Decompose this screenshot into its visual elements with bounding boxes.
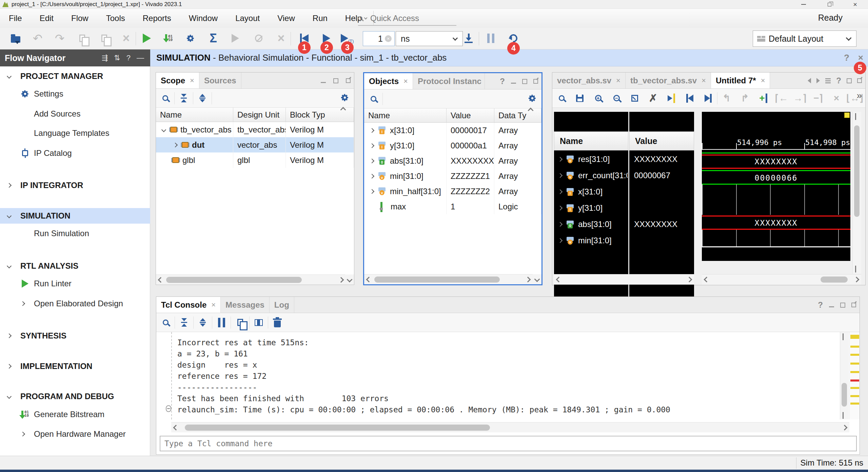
minimize-button[interactable] bbox=[791, 0, 816, 9]
scroll-up-icon[interactable] bbox=[340, 107, 346, 113]
minimize-panel-icon[interactable] bbox=[321, 82, 326, 83]
vertical-scrollbar[interactable] bbox=[840, 332, 849, 419]
run-button[interactable] bbox=[139, 30, 154, 46]
tab-tcl-console[interactable]: Tcl Console× bbox=[156, 297, 221, 313]
help-icon[interactable]: ? bbox=[126, 54, 131, 62]
menu-flow[interactable]: Flow bbox=[62, 14, 97, 23]
expand-all-button[interactable] bbox=[193, 94, 212, 103]
column-name[interactable]: Name bbox=[156, 108, 233, 122]
help-icon[interactable]: ? bbox=[500, 77, 505, 86]
help-icon[interactable]: ? bbox=[844, 53, 849, 63]
maximize-panel-icon[interactable] bbox=[840, 303, 845, 308]
tab-scroll-left-icon[interactable] bbox=[808, 78, 811, 83]
save-button[interactable] bbox=[571, 95, 589, 102]
wave-plot-area[interactable]: 514,996 ps 514,998 ps XXXXXXXX 00000066 bbox=[702, 112, 850, 261]
sidebar-item-open-hardware-manager[interactable]: Open Hardware Manager bbox=[0, 426, 150, 442]
table-row-selected[interactable]: dut vector_abs Verilog M bbox=[156, 137, 354, 152]
wave-column-value[interactable]: Value bbox=[629, 131, 694, 150]
horizontal-scrollbar[interactable] bbox=[364, 274, 533, 284]
float-panel-icon[interactable] bbox=[851, 303, 856, 307]
menu-window[interactable]: Window bbox=[180, 14, 226, 23]
tab-list-icon[interactable] bbox=[825, 78, 831, 83]
tab-objects[interactable]: Objects× bbox=[364, 73, 413, 89]
console-output[interactable]: Incorrect res at time 515ns: a = 23, b =… bbox=[156, 332, 840, 419]
chevron-right-icon[interactable] bbox=[370, 158, 374, 163]
search-button[interactable] bbox=[364, 96, 382, 102]
sidebar-item-ip-catalog[interactable]: IP Catalog bbox=[0, 145, 150, 161]
quick-access[interactable] bbox=[358, 12, 456, 26]
collapse-all-button[interactable] bbox=[175, 94, 193, 103]
layout-selector[interactable]: Default Layout bbox=[753, 30, 856, 47]
redo-button[interactable]: ↷ bbox=[52, 30, 67, 46]
float-panel-icon[interactable] bbox=[346, 78, 351, 83]
section-ip-integrator[interactable]: IP INTEGRATOR bbox=[0, 178, 150, 193]
chevron-right-icon[interactable] bbox=[558, 173, 563, 178]
chevron-right-icon[interactable] bbox=[558, 157, 563, 162]
scroll-down-icon[interactable] bbox=[347, 277, 353, 283]
close-icon[interactable]: × bbox=[761, 76, 765, 85]
zoom-in-button[interactable]: + bbox=[589, 95, 607, 101]
step-button[interactable] bbox=[461, 30, 476, 46]
column-data-type[interactable]: Data Ty bbox=[494, 108, 541, 122]
word-wrap-button[interactable] bbox=[250, 319, 268, 326]
remove-cursor-button[interactable]: ✗ bbox=[644, 93, 662, 103]
collapse-all-icon[interactable]: ⇶ bbox=[102, 54, 108, 62]
float-panel-icon[interactable] bbox=[857, 78, 862, 83]
table-row[interactable]: vmin_half[31:0] ZZZZZZZ2 Array bbox=[364, 184, 541, 199]
menu-reports[interactable]: Reports bbox=[134, 14, 180, 23]
scroll-down-icon[interactable] bbox=[534, 276, 540, 282]
collapse-all-button[interactable] bbox=[175, 318, 193, 327]
chevron-right-icon[interactable] bbox=[558, 206, 563, 210]
table-row[interactable]: 0abs[31:0] XXXXXXXX Array bbox=[364, 153, 541, 168]
section-implementation[interactable]: IMPLEMENTATION bbox=[0, 358, 150, 374]
toolbar-overflow-button[interactable]: » bbox=[856, 90, 862, 101]
maximize-panel-icon[interactable] bbox=[847, 78, 852, 83]
table-row[interactable]: Iy[31:0] 000000a1 Array bbox=[364, 138, 541, 153]
copy-button[interactable] bbox=[231, 319, 249, 326]
chevron-right-icon[interactable] bbox=[370, 128, 374, 132]
menu-tools[interactable]: Tools bbox=[97, 14, 134, 23]
search-button[interactable] bbox=[156, 320, 175, 325]
sidebar-item-generate-bitstream[interactable]: 0110 Generate Bitstream bbox=[0, 407, 150, 422]
minimize-panel-icon[interactable]: — bbox=[137, 54, 144, 62]
tab-untitled-7[interactable]: Untitled 7*× bbox=[711, 73, 770, 88]
expand-all-button[interactable] bbox=[194, 318, 212, 327]
wave-signal-name[interactable]: vmin[31:0] bbox=[556, 232, 628, 249]
menu-file[interactable]: File bbox=[0, 14, 31, 23]
pause-output-button[interactable] bbox=[212, 318, 231, 327]
maximize-panel-icon[interactable] bbox=[522, 79, 527, 84]
sidebar-item-open-elaborated-design[interactable]: Open Elaborated Design bbox=[0, 296, 150, 311]
panel-settings-button[interactable] bbox=[340, 93, 349, 103]
clear-console-button[interactable] bbox=[268, 318, 287, 327]
wave-signal-name[interactable]: Ix[31:0] bbox=[556, 184, 628, 200]
sim-time-input[interactable] bbox=[363, 34, 383, 44]
minimize-panel-icon[interactable] bbox=[511, 83, 516, 84]
restore-button[interactable] bbox=[816, 0, 842, 9]
paste-button[interactable] bbox=[97, 30, 112, 46]
section-rtl-analysis[interactable]: RTL ANALYSIS bbox=[0, 258, 150, 274]
clear-icon[interactable]: × bbox=[385, 35, 392, 42]
table-row[interactable]: Ix[31:0] 00000017 Array bbox=[364, 123, 541, 138]
panel-settings-button[interactable] bbox=[528, 94, 537, 104]
horizontal-scrollbar[interactable] bbox=[554, 274, 694, 284]
column-design-unit[interactable]: Design Unit bbox=[233, 108, 286, 122]
table-row[interactable]: glbl glbl Verilog M bbox=[156, 152, 354, 168]
copy-button[interactable] bbox=[75, 30, 90, 46]
report-button[interactable]: Σ bbox=[206, 30, 221, 46]
undo-button[interactable]: ↶ bbox=[30, 30, 45, 46]
chevron-right-icon[interactable] bbox=[370, 173, 374, 178]
column-value[interactable]: Value bbox=[447, 108, 494, 122]
sidebar-item-add-sources[interactable]: Add Sources bbox=[0, 106, 150, 122]
chevron-right-icon[interactable] bbox=[370, 143, 374, 148]
help-icon[interactable]: ? bbox=[836, 76, 841, 85]
zoom-out-button[interactable]: − bbox=[607, 95, 626, 101]
minimize-panel-icon[interactable] bbox=[829, 306, 834, 307]
tab-tb-vector-abs-sv[interactable]: tb_vector_abs.sv× bbox=[626, 73, 711, 88]
sidebar-item-run-linter[interactable]: Run Linter bbox=[0, 276, 150, 291]
open-project-button[interactable] bbox=[8, 30, 23, 46]
section-program-and-debug[interactable]: PROGRAM AND DEBUG bbox=[0, 389, 150, 404]
close-icon[interactable]: × bbox=[702, 76, 706, 85]
close-icon[interactable]: × bbox=[190, 76, 194, 85]
search-button[interactable] bbox=[552, 95, 571, 101]
table-row[interactable]: max 1 Logic bbox=[364, 199, 541, 214]
